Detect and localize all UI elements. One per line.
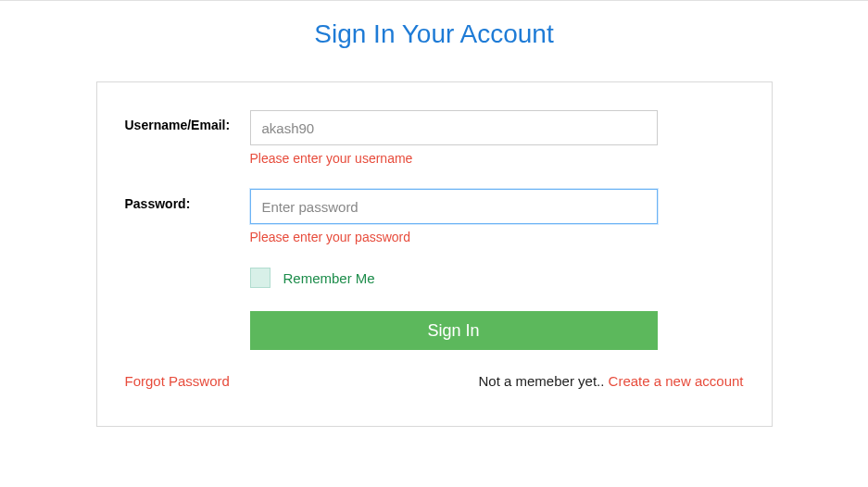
username-label: Username/Email: xyxy=(125,110,250,132)
password-field-wrap: Please enter your password xyxy=(250,189,658,244)
username-field-wrap: Please enter your username xyxy=(250,110,658,166)
create-account-link[interactable]: Create a new account xyxy=(609,373,744,389)
remember-checkbox[interactable] xyxy=(250,268,270,288)
signin-form-card: Username/Email: Please enter your userna… xyxy=(96,81,773,427)
page-title: Sign In Your Account xyxy=(0,19,868,49)
password-input[interactable] xyxy=(250,189,658,224)
bottom-row: Forgot Password Not a memeber yet.. Crea… xyxy=(125,373,744,389)
username-error: Please enter your username xyxy=(250,151,658,166)
password-label: Password: xyxy=(125,189,250,211)
username-input[interactable] xyxy=(250,110,658,145)
username-row: Username/Email: Please enter your userna… xyxy=(125,110,744,166)
password-row: Password: Please enter your password xyxy=(125,189,744,244)
signin-button[interactable]: Sign In xyxy=(250,311,658,350)
remember-row: Remember Me xyxy=(250,268,744,288)
remember-label: Remember Me xyxy=(283,270,375,286)
signin-row: Sign In xyxy=(250,311,744,350)
password-error: Please enter your password xyxy=(250,230,658,244)
forgot-password-link[interactable]: Forgot Password xyxy=(125,373,230,389)
create-account-wrap: Not a memeber yet.. Create a new account xyxy=(479,373,744,389)
member-text: Not a memeber yet.. xyxy=(479,373,609,389)
